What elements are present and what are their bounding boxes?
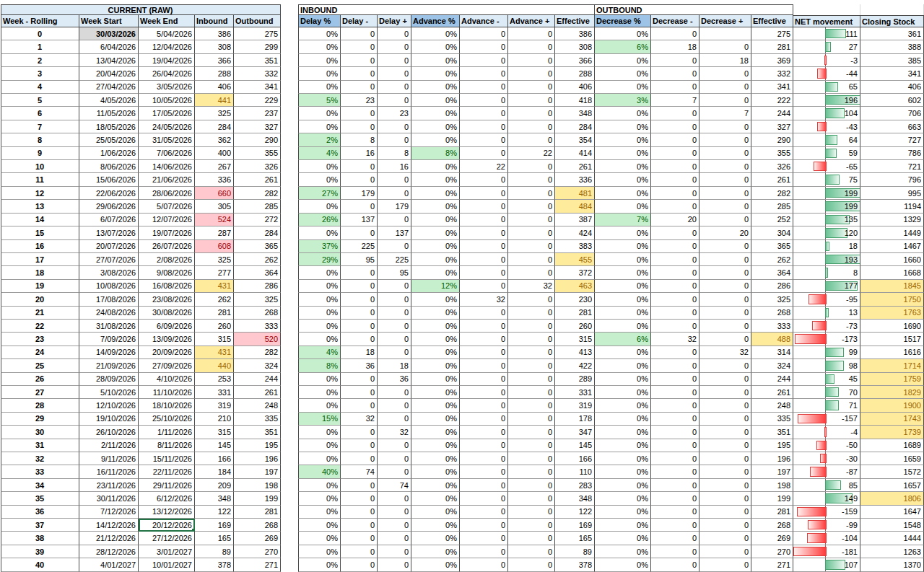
cell-delay-pct[interactable]: 0% — [298, 452, 341, 465]
cell-decrease-pct[interactable]: 0% — [595, 413, 651, 426]
cell-advance-plus[interactable]: 0 — [508, 160, 555, 173]
cell-week-rolling[interactable]: 29 — [1, 413, 79, 426]
cell-delay-pct[interactable]: 0% — [298, 506, 341, 519]
cell-advance-plus[interactable]: 22 — [508, 147, 555, 160]
cell-week-end[interactable]: 11/10/2026 — [139, 386, 195, 399]
cell-delay-plus[interactable]: 0 — [378, 399, 411, 412]
cell-effective-outbound[interactable]: 333 — [751, 320, 793, 333]
cell-decrease-pct[interactable]: 6% — [595, 40, 651, 53]
cell-advance-minus[interactable]: 0 — [460, 373, 508, 386]
cell-net-movement[interactable]: 64 — [793, 133, 860, 146]
cell-outbound[interactable]: 520 — [234, 333, 281, 346]
cell-advance-pct[interactable]: 0% — [411, 40, 460, 53]
cell-closing-stock[interactable]: 1572 — [860, 465, 924, 478]
cell-closing-stock[interactable]: 1194 — [860, 200, 924, 213]
cell-week-start[interactable]: 4/01/2027 — [79, 558, 139, 571]
cell-net-movement[interactable]: 135 — [793, 214, 860, 226]
cell-outbound[interactable]: 261 — [234, 173, 281, 186]
cell-closing-stock[interactable]: 1370 — [860, 558, 924, 571]
cell-decrease-plus[interactable]: 0 — [699, 532, 751, 545]
cell-advance-plus[interactable]: 0 — [508, 519, 555, 532]
cell-inbound[interactable]: 325 — [195, 107, 234, 120]
cell-delay-pct[interactable]: 0% — [298, 492, 341, 505]
cell-delay-pct[interactable]: 0% — [298, 67, 341, 80]
cell-delay-plus[interactable]: 0 — [378, 413, 411, 426]
cell-delay-minus[interactable]: 74 — [341, 465, 378, 478]
cell-advance-plus[interactable]: 0 — [508, 200, 555, 213]
cell-delay-plus[interactable]: 0 — [378, 240, 411, 253]
cell-delay-plus[interactable]: 0 — [378, 545, 411, 558]
cell-outbound[interactable]: 341 — [234, 81, 281, 94]
cell-net-movement[interactable]: 27 — [793, 40, 860, 53]
cell-decrease-pct[interactable]: 0% — [595, 160, 651, 173]
cell-decrease-plus[interactable]: 0 — [699, 452, 751, 465]
cell-advance-plus[interactable]: 0 — [508, 40, 555, 53]
cell-advance-pct[interactable]: 0% — [411, 214, 460, 226]
header-advance_pct[interactable]: Advance % — [411, 15, 460, 27]
cell-inbound[interactable]: 145 — [195, 439, 234, 452]
cell-decrease-pct[interactable]: 0% — [595, 506, 651, 519]
cell-week-end[interactable]: 30/08/2026 — [139, 307, 195, 320]
cell-effective-inbound[interactable]: 383 — [555, 240, 595, 253]
cell-inbound[interactable]: 260 — [195, 320, 234, 333]
cell-advance-minus[interactable]: 0 — [460, 253, 508, 266]
cell-advance-plus[interactable]: 0 — [508, 439, 555, 452]
cell-delay-minus[interactable]: 23 — [341, 94, 378, 107]
cell-effective-inbound[interactable]: 308 — [555, 40, 595, 53]
cell-delay-pct[interactable]: 26% — [298, 214, 341, 226]
cell-delay-minus[interactable]: 0 — [341, 81, 378, 94]
cell-decrease-pct[interactable]: 0% — [595, 147, 651, 160]
cell-inbound[interactable]: 89 — [195, 545, 234, 558]
cell-closing-stock[interactable]: 1449 — [860, 226, 924, 239]
cell-outbound[interactable]: 332 — [234, 67, 281, 80]
cell-decrease-pct[interactable]: 0% — [595, 293, 651, 306]
cell-advance-plus[interactable]: 0 — [508, 333, 555, 346]
cell-decrease-plus[interactable]: 0 — [699, 373, 751, 386]
cell-outbound[interactable]: 286 — [234, 280, 281, 293]
cell-effective-outbound[interactable]: 195 — [751, 439, 793, 452]
cell-delay-minus[interactable]: 0 — [341, 67, 378, 80]
cell-advance-minus[interactable]: 0 — [460, 399, 508, 412]
cell-advance-pct[interactable]: 0% — [411, 120, 460, 133]
cell-inbound[interactable]: 284 — [195, 120, 234, 133]
cell-net-movement[interactable]: 107 — [793, 558, 860, 571]
cell-outbound[interactable]: 327 — [234, 120, 281, 133]
cell-decrease-pct[interactable]: 0% — [595, 386, 651, 399]
cell-week-start[interactable]: 22/06/2026 — [79, 187, 139, 200]
cell-outbound[interactable]: 285 — [234, 200, 281, 213]
cell-advance-minus[interactable]: 0 — [460, 240, 508, 253]
cell-closing-stock[interactable]: 1263 — [860, 545, 924, 558]
cell-effective-outbound[interactable]: 197 — [751, 465, 793, 478]
cell-effective-inbound[interactable]: 166 — [555, 452, 595, 465]
cell-delay-plus[interactable]: 0 — [378, 320, 411, 333]
cell-advance-minus[interactable]: 0 — [460, 120, 508, 133]
cell-week-start[interactable]: 21/12/2026 — [79, 532, 139, 545]
cell-effective-inbound[interactable]: 386 — [555, 27, 595, 40]
cell-decrease-pct[interactable]: 0% — [595, 240, 651, 253]
cell-advance-plus[interactable]: 0 — [508, 413, 555, 426]
cell-delay-plus[interactable]: 0 — [378, 54, 411, 67]
cell-outbound[interactable]: 335 — [234, 413, 281, 426]
cell-effective-inbound[interactable]: 288 — [555, 67, 595, 80]
cell-closing-stock[interactable]: 341 — [860, 67, 924, 80]
cell-week-start[interactable]: 21/09/2026 — [79, 359, 139, 372]
cell-delay-plus[interactable]: 0 — [378, 214, 411, 226]
cell-week-rolling[interactable]: 25 — [1, 359, 79, 372]
cell-inbound[interactable]: 378 — [195, 558, 234, 571]
cell-decrease-plus[interactable]: 0 — [699, 240, 751, 253]
cell-week-rolling[interactable]: 17 — [1, 253, 79, 266]
cell-week-rolling[interactable]: 3 — [1, 67, 79, 80]
cell-decrease-pct[interactable]: 0% — [595, 226, 651, 239]
cell-inbound[interactable]: 440 — [195, 359, 234, 372]
cell-outbound[interactable]: 325 — [234, 293, 281, 306]
cell-net-movement[interactable]: -30 — [793, 452, 860, 465]
header-advance_plus[interactable]: Advance + — [508, 15, 555, 27]
cell-week-rolling[interactable]: 33 — [1, 465, 79, 478]
cell-decrease-minus[interactable]: 0 — [651, 54, 699, 67]
cell-delay-pct[interactable]: 27% — [298, 187, 341, 200]
cell-delay-pct[interactable]: 0% — [298, 320, 341, 333]
current-raw-title[interactable]: CURRENT (RAW) — [1, 4, 281, 15]
cell-week-rolling[interactable]: 10 — [1, 160, 79, 173]
cell-decrease-pct[interactable]: 6% — [595, 333, 651, 346]
cell-effective-outbound[interactable]: 332 — [751, 67, 793, 80]
